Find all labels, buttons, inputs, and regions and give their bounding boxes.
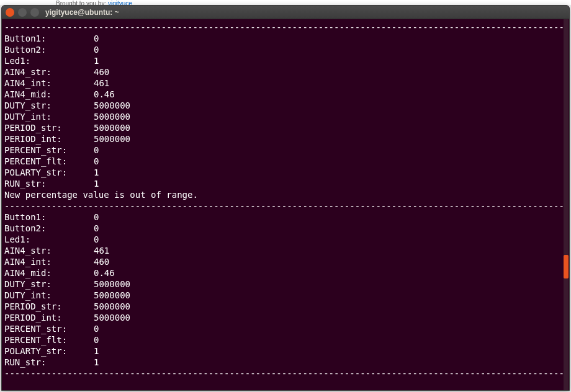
output-row: PERCENT_flt:0 (4, 156, 568, 167)
output-row: Led1:0 (4, 234, 568, 245)
output-row: AIN4_int:460 (4, 256, 568, 267)
output-row: PERCENT_str:0 (4, 323, 568, 334)
output-row: RUN_str:1 (4, 178, 568, 189)
output-value: 0 (94, 156, 99, 167)
output-label: AIN4_int: (4, 78, 94, 89)
output-label: Led1: (4, 55, 94, 66)
output-row: AIN4_str:460 (4, 66, 568, 78)
output-value: 5000000 (94, 133, 130, 145)
output-value: 0 (94, 223, 99, 234)
output-row: POLARTY_str:1 (4, 345, 568, 357)
window-title: yigityuce@ubuntu: ~ (45, 8, 119, 17)
output-label: DUTY_str: (4, 100, 94, 111)
output-value: 5000000 (94, 122, 130, 133)
output-value: 0 (94, 33, 99, 44)
output-label: Button1: (4, 212, 94, 223)
output-row: DUTY_int:5000000 (4, 111, 568, 122)
output-value: 0 (94, 323, 99, 334)
output-label: DUTY_int: (4, 290, 94, 301)
output-value: 1 (94, 167, 99, 178)
output-value: 5000000 (94, 301, 130, 312)
output-value: 0 (94, 212, 99, 223)
output-label: POLARTY_str: (4, 167, 94, 178)
output-row: PERCENT_str:0 (4, 145, 568, 156)
output-value: 0 (94, 234, 99, 245)
output-row: POLARTY_str:1 (4, 167, 568, 178)
output-value: 0 (94, 44, 99, 55)
output-row: RUN_str:1 (4, 357, 568, 368)
output-value: 0 (94, 145, 99, 156)
terminal-output[interactable]: ----------------------------------------… (2, 19, 569, 390)
output-row: DUTY_str:5000000 (4, 278, 568, 290)
output-label: POLARTY_str: (4, 345, 94, 357)
output-label: Button2: (4, 44, 94, 55)
minimize-icon[interactable] (18, 8, 27, 17)
output-row: PERIOD_int:5000000 (4, 133, 568, 145)
output-label: PERCENT_flt: (4, 156, 94, 167)
output-row: Led1:1 (4, 55, 568, 66)
output-label: Button1: (4, 33, 94, 44)
output-row: DUTY_int:5000000 (4, 290, 568, 301)
terminal-window: yigityuce@ubuntu: ~ --------------------… (1, 5, 570, 391)
output-value: 1 (94, 345, 99, 357)
output-value: 461 (94, 78, 109, 89)
output-label: PERIOD_str: (4, 301, 94, 312)
output-label: DUTY_str: (4, 278, 94, 290)
output-label: PERIOD_int: (4, 312, 94, 323)
output-label: DUTY_int: (4, 111, 94, 122)
output-value: 5000000 (94, 100, 130, 111)
output-row: AIN4_mid:0.46 (4, 267, 568, 278)
separator-line: ----------------------------------------… (4, 368, 568, 379)
output-value: 0.46 (94, 89, 115, 100)
output-value: 460 (94, 66, 109, 78)
output-row: Button2:0 (4, 44, 568, 55)
scrollbar-track[interactable] (564, 19, 569, 390)
separator-line: ----------------------------------------… (4, 200, 568, 212)
output-label: PERIOD_str: (4, 122, 94, 133)
output-row: PERIOD_int:5000000 (4, 312, 568, 323)
output-label: PERCENT_flt: (4, 334, 94, 345)
status-message: New percentage value is out of range. (4, 189, 568, 200)
maximize-icon[interactable] (30, 8, 39, 17)
output-value: 461 (94, 245, 109, 256)
scrollbar-thumb[interactable] (564, 255, 569, 278)
output-row: Button1:0 (4, 33, 568, 44)
output-value: 5000000 (94, 312, 130, 323)
output-row: PERIOD_str:5000000 (4, 122, 568, 133)
output-label: PERCENT_str: (4, 145, 94, 156)
output-row: DUTY_str:5000000 (4, 100, 568, 111)
output-row: PERCENT_flt:0 (4, 334, 568, 345)
output-value: 0.46 (94, 267, 115, 278)
output-label: AIN4_str: (4, 245, 94, 256)
output-row: AIN4_mid:0.46 (4, 89, 568, 100)
output-row: Button2:0 (4, 223, 568, 234)
output-row: Button1:0 (4, 212, 568, 223)
output-label: Led1: (4, 234, 94, 245)
output-value: 5000000 (94, 111, 130, 122)
titlebar[interactable]: yigityuce@ubuntu: ~ (2, 6, 569, 19)
output-label: AIN4_mid: (4, 267, 94, 278)
output-label: PERIOD_int: (4, 133, 94, 145)
output-value: 1 (94, 357, 99, 368)
output-value: 460 (94, 256, 109, 267)
output-label: AIN4_mid: (4, 89, 94, 100)
separator-line: ----------------------------------------… (4, 22, 568, 33)
output-value: 0 (94, 334, 99, 345)
output-value: 1 (94, 55, 99, 66)
output-label: RUN_str: (4, 357, 94, 368)
output-label: PERCENT_str: (4, 323, 94, 334)
output-label: RUN_str: (4, 178, 94, 189)
output-label: AIN4_int: (4, 256, 94, 267)
output-label: Button2: (4, 223, 94, 234)
background-browser-hint: Brought to you by: vigityuce (0, 0, 571, 5)
output-row: AIN4_int:461 (4, 78, 568, 89)
output-value: 5000000 (94, 278, 130, 290)
output-row: PERIOD_str:5000000 (4, 301, 568, 312)
output-value: 1 (94, 178, 99, 189)
close-icon[interactable] (6, 8, 14, 17)
output-value: 5000000 (94, 290, 130, 301)
output-label: AIN4_str: (4, 66, 94, 78)
output-row: AIN4_str:461 (4, 245, 568, 256)
